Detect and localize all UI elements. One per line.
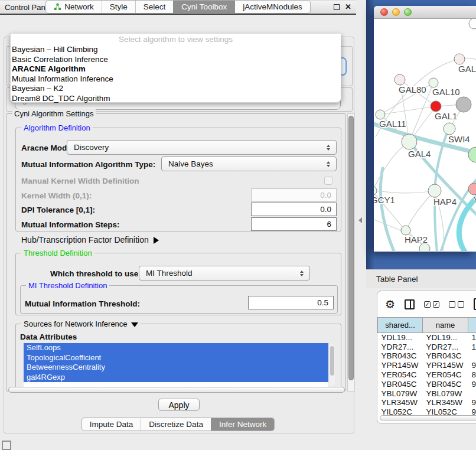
table-cell[interactable]: YER054C xyxy=(378,370,423,380)
network-canvas[interactable]: GALGAL80GAL10GAL1GAL11SWI4GAL4GCY1HAP4YH… xyxy=(374,19,476,251)
collapse-down-icon[interactable] xyxy=(131,322,138,327)
table-cell[interactable]: YBR043C xyxy=(423,351,468,361)
columns-icon[interactable] xyxy=(405,299,415,309)
table-cell[interactable]: 9. xyxy=(468,379,476,389)
column-header[interactable]: name xyxy=(423,318,468,333)
attribute-item[interactable]: SelfLoops xyxy=(24,343,328,353)
network-node-hap4[interactable] xyxy=(428,184,441,197)
network-window-titlebar[interactable] xyxy=(374,6,476,19)
tab-select[interactable]: Select xyxy=(135,1,174,13)
select-all-checkboxes-icon[interactable]: ✓✓ xyxy=(424,301,439,308)
gear-icon[interactable]: ⚙ xyxy=(385,299,395,310)
network-node-hap2[interactable] xyxy=(401,226,410,235)
column-header[interactable]: A xyxy=(468,318,476,333)
network-node[interactable] xyxy=(469,19,476,29)
network-node-gal4[interactable] xyxy=(402,134,417,149)
network-node-gal1[interactable] xyxy=(431,101,441,112)
table-row[interactable]: YBL079WYBL079W xyxy=(378,389,476,398)
attribute-item[interactable]: gal4RGexp xyxy=(24,373,328,383)
tab-network[interactable]: Network xyxy=(46,1,102,13)
table-cell[interactable]: YLR345W xyxy=(423,398,468,407)
minimize-traffic-light-icon[interactable] xyxy=(392,8,400,16)
expand-right-icon[interactable] xyxy=(154,237,159,244)
algorithm-option[interactable]: Mutual Information Inference xyxy=(11,74,341,84)
table-horizontal-scrollbar[interactable] xyxy=(380,415,476,420)
table-cell[interactable]: YBL079W xyxy=(378,389,423,398)
network-node[interactable] xyxy=(456,97,471,112)
network-node-gal80[interactable] xyxy=(395,74,405,85)
mi-steps-field[interactable]: 6 xyxy=(251,217,337,231)
table-row[interactable]: YLR345WYLR345W9. xyxy=(378,398,476,407)
tab-impute-data[interactable]: Impute Data xyxy=(82,418,141,431)
table-cell[interactable]: YPR145W xyxy=(378,361,423,370)
table-cell[interactable]: 9. xyxy=(468,361,476,370)
network-node-y[interactable] xyxy=(468,183,476,195)
table-row[interactable]: YBR045CYBR045C9. xyxy=(378,379,476,389)
data-attributes-list[interactable]: SelfLoopsTopologicalCoefficientBetweenne… xyxy=(24,343,328,387)
table-cell[interactable]: 9. xyxy=(468,398,476,407)
attribute-item[interactable]: TopologicalCoefficient xyxy=(24,353,328,363)
network-node-gal10[interactable] xyxy=(429,78,438,87)
algorithm-option[interactable]: ARACNE Algorithm xyxy=(11,64,341,74)
table-cell[interactable]: YPR145W xyxy=(423,361,468,370)
attributes-scrollbar-thumb[interactable] xyxy=(330,346,334,376)
table-cell[interactable]: YDL19... xyxy=(378,333,423,343)
table-cell[interactable]: YBL079W xyxy=(423,389,468,398)
deselect-all-checkboxes-icon[interactable] xyxy=(449,301,464,308)
network-node-gcy1[interactable] xyxy=(374,186,377,195)
table-cell[interactable]: YLR345W xyxy=(378,398,423,407)
tab-cyni-toolbox[interactable]: Cyni Toolbox xyxy=(173,1,234,13)
table-row[interactable]: YDR27...YDR27...12 xyxy=(378,342,476,351)
settings-scrollbar-thumb[interactable] xyxy=(348,116,354,380)
zoom-traffic-light-icon[interactable] xyxy=(404,8,412,16)
table-cell[interactable] xyxy=(468,389,476,398)
manual-kernel-checkbox[interactable] xyxy=(324,177,332,185)
kernel-width-field[interactable]: 0.0 xyxy=(251,188,337,202)
table-cell[interactable]: YBR043C xyxy=(378,351,423,361)
table-row[interactable]: YPR145WYPR145W9. xyxy=(378,361,476,370)
node-attribute-table[interactable]: shared...nameA YDL19...YDL19...13YDR27..… xyxy=(377,317,476,417)
table-row[interactable]: YBR043CYBR043C xyxy=(378,351,476,361)
dpi-tolerance-field[interactable]: 0.0 xyxy=(251,203,337,216)
aracne-mode-combo[interactable]: Discovery xyxy=(67,140,337,155)
tab-discretize-data[interactable]: Discretize Data xyxy=(141,418,211,431)
network-node-gal[interactable] xyxy=(454,54,465,64)
close-traffic-light-icon[interactable] xyxy=(380,8,388,16)
mi-type-combo[interactable]: Naive Bayes xyxy=(161,156,337,171)
network-node-gal11[interactable] xyxy=(376,110,385,119)
table-cell[interactable]: 12 xyxy=(468,342,476,351)
algorithm-option[interactable]: Bayesian – Hill Climbing xyxy=(11,45,341,55)
table-cell[interactable]: YDR27... xyxy=(423,342,468,351)
attribute-item[interactable]: BetweennessCentrality xyxy=(24,363,328,373)
table-cell[interactable]: YDR27... xyxy=(378,342,423,351)
settings-scrollbar[interactable] xyxy=(347,113,355,392)
sources-group-title[interactable]: Sources for Network Inference xyxy=(21,319,141,328)
table-row[interactable]: YER054CYER054C8. xyxy=(378,370,476,380)
algorithm-option[interactable]: Bayesian – K2 xyxy=(11,84,341,94)
table-cell[interactable]: YDL19... xyxy=(423,333,468,343)
table-row[interactable]: YDL19...YDL19...13 xyxy=(378,333,476,343)
table-cell[interactable]: 8. xyxy=(468,370,476,380)
table-cell[interactable]: YBR045C xyxy=(423,379,468,389)
tab-jactivemnodules[interactable]: jActiveMNodules xyxy=(234,1,310,13)
algorithm-option[interactable]: Basic Correlation Inference xyxy=(11,55,341,65)
docked-panel-icon[interactable] xyxy=(2,441,11,450)
attributes-scrollbar[interactable] xyxy=(330,344,335,386)
table-cell[interactable]: 13 xyxy=(468,333,476,343)
table-cell[interactable]: YBR045C xyxy=(378,379,423,389)
tab-style[interactable]: Style xyxy=(102,1,135,13)
table-cell[interactable]: YER054C xyxy=(423,370,468,380)
network-view-window[interactable]: GALGAL80GAL10GAL1GAL11SWI4GAL4GCY1HAP4YH… xyxy=(374,6,476,252)
panel-divider-collapse-icon[interactable] xyxy=(358,217,362,223)
tab-infer-network[interactable]: Infer Network xyxy=(211,418,274,431)
hub-definition-toggle[interactable]: Hub/Transcription Factor Definition xyxy=(21,235,159,244)
algorithm-option[interactable]: Dream8 DC_TDC Algorithm xyxy=(11,94,341,104)
which-threshold-combo[interactable]: MI Threshold xyxy=(139,266,310,281)
table-cell[interactable] xyxy=(468,351,476,361)
export-table-icon[interactable] xyxy=(474,298,476,310)
settings-horizontal-scrollbar[interactable] xyxy=(8,387,345,393)
apply-button[interactable]: Apply xyxy=(158,399,200,411)
mi-threshold-field[interactable]: 0.5 xyxy=(248,296,334,309)
column-header[interactable]: shared... xyxy=(378,318,423,333)
network-node-swi4[interactable] xyxy=(444,123,455,135)
